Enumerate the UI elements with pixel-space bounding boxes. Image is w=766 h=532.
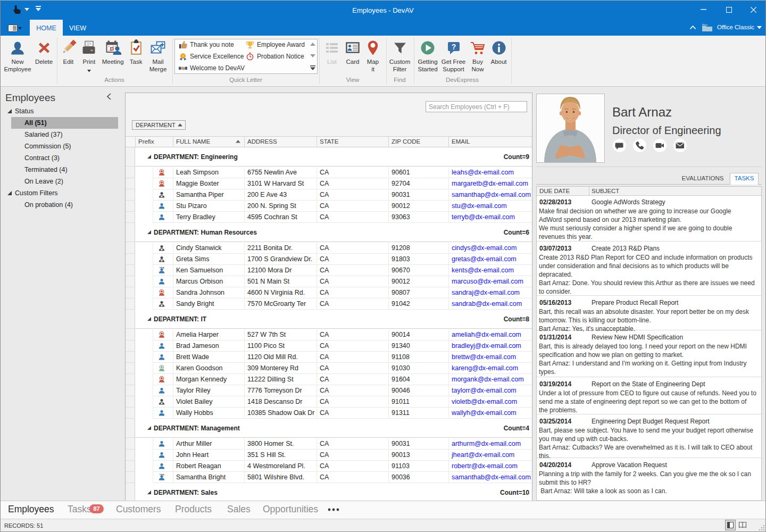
svg-text:?: ? — [451, 43, 456, 51]
